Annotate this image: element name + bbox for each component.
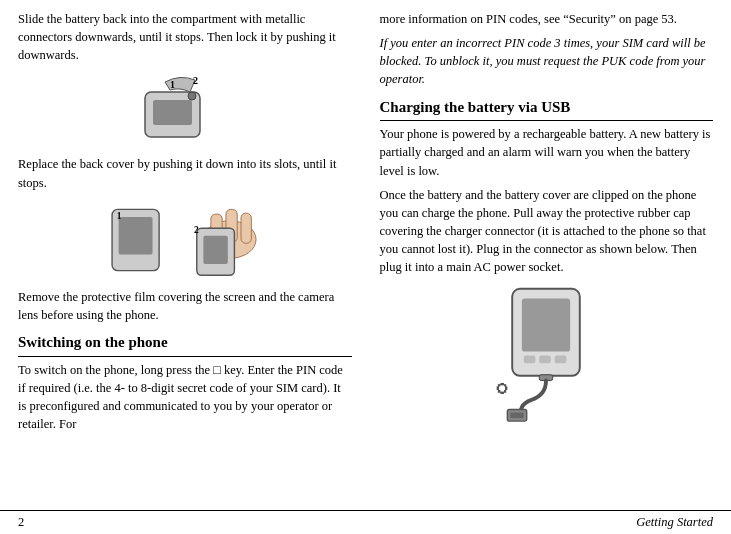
svg-text:1: 1 <box>117 210 122 220</box>
right-column: more information on PIN codes, see “Secu… <box>366 10 732 510</box>
page-container: Slide the battery back into the compartm… <box>0 0 731 534</box>
footer-page-number: 2 <box>18 515 24 530</box>
left-para2: Replace the back cover by pushing it dow… <box>18 155 352 191</box>
svg-text:2: 2 <box>194 225 199 235</box>
footer-title: Getting Started <box>636 515 713 530</box>
svg-rect-19 <box>555 356 567 364</box>
svg-text:1: 1 <box>170 79 175 90</box>
svg-rect-18 <box>539 356 551 364</box>
left-para1: Slide the battery back into the compartm… <box>18 10 352 64</box>
svg-rect-23 <box>511 413 525 419</box>
back-cover-image: 1 2 <box>18 200 352 280</box>
left-column: Slide the battery back into the compartm… <box>0 10 366 510</box>
right-para1: more information on PIN codes, see “Secu… <box>380 10 714 28</box>
footer: 2 Getting Started <box>0 510 731 534</box>
svg-point-2 <box>188 92 196 100</box>
svg-rect-6 <box>118 217 152 255</box>
svg-rect-13 <box>203 235 227 263</box>
svg-rect-17 <box>524 356 536 364</box>
right-para3: Once the battery and the battery cover a… <box>380 186 714 277</box>
battery-slide-image: 1 2 <box>18 72 352 147</box>
svg-rect-16 <box>522 299 570 352</box>
right-para2: Your phone is powered by a rechargeable … <box>380 125 714 179</box>
svg-rect-11 <box>241 213 251 243</box>
charger-image: ⭘ <box>380 284 714 424</box>
svg-rect-1 <box>153 100 192 125</box>
heading-charging: Charging the battery via USB <box>380 97 714 122</box>
content-area: Slide the battery back into the compartm… <box>0 0 731 510</box>
svg-text:⭘: ⭘ <box>493 378 512 399</box>
pin-warning: If you enter an incorrect PIN code 3 tim… <box>380 34 714 88</box>
heading-switching: Switching on the phone <box>18 332 352 357</box>
left-para3: Remove the protective film covering the … <box>18 288 352 324</box>
svg-text:2: 2 <box>193 75 198 86</box>
left-para4: To switch on the phone, long press the □… <box>18 361 352 434</box>
